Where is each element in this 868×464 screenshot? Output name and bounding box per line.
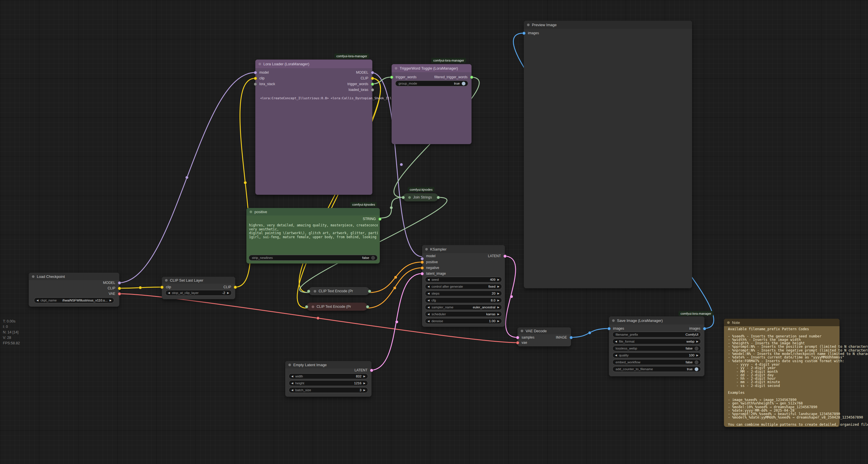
combo-next-icon[interactable]: ▶ [696,340,699,343]
node-load-checkpoint[interactable]: Load Checkpoint MODEL CLIP VAE ◀ ckpt_na… [29,273,119,307]
toggle-knob[interactable] [694,347,699,350]
stepper-decrement-icon[interactable]: ◀ [291,375,293,378]
stepper-increment-icon[interactable]: ▶ [497,320,499,322]
combo-next-icon[interactable]: ▶ [110,299,112,302]
input-slot-model[interactable] [254,71,257,74]
stepper-decrement-icon[interactable]: ◀ [428,299,430,302]
node-preview-image[interactable]: Preview Image images [524,21,692,288]
input-slot-images[interactable] [522,32,526,35]
node-clip-set-last-layer[interactable]: CLIP Set Last Layer clip CLIP ◀ stop_at_… [162,277,235,299]
stepper-increment-icon[interactable]: ▶ [497,278,499,281]
input-slot-latent-image[interactable] [421,272,424,275]
output-slot[interactable] [368,290,371,293]
input-slot-clip[interactable] [160,286,164,289]
stop-at-clip-layer-stepper[interactable]: ◀ stop_at_clip_layer -2 ▶ [165,290,232,296]
node-positive-prompt[interactable]: positive STRING highres, very detailed, … [246,208,380,263]
collapse-dot[interactable] [314,290,316,293]
output-slot-clip[interactable] [371,77,374,80]
stepper-increment-icon[interactable]: ▶ [497,292,499,295]
group-mode-toggle[interactable]: group_mode true [395,81,468,86]
combo-prev-icon[interactable]: ◀ [428,306,430,309]
collapse-dot[interactable] [312,306,314,308]
output-slot-loaded-loras[interactable] [371,88,374,91]
output-slot-latent[interactable] [370,369,373,372]
input-slot-lora-stack[interactable] [254,83,257,86]
input-slot-vae[interactable] [516,341,519,344]
collapse-dot[interactable] [250,210,252,213]
combo-prev-icon[interactable]: ◀ [428,285,430,288]
node-triggerword-toggle[interactable]: TriggerWord Toggle (LoraManager) trigger… [392,64,471,144]
sampler-name-combo[interactable]: ◀sampler_nameeuler_ancestral▶ [425,304,502,310]
input-slot-positive[interactable] [421,261,424,264]
height-stepper[interactable]: ◀height1216▶ [289,380,368,386]
filename-prefix-field[interactable]: filename_prefix ComfyUI [612,332,701,338]
stepper-increment-icon[interactable]: ▶ [696,354,699,357]
quality-stepper[interactable]: ◀quality100▶ [612,352,701,358]
input-slot-samples[interactable] [516,336,519,339]
node-lora-loader[interactable]: Lora Loader (LoraManager) model MODEL cl… [255,60,372,195]
input-slot-trigger-words[interactable] [390,76,393,79]
combo-prev-icon[interactable]: ◀ [428,313,430,316]
node-empty-latent-image[interactable]: Empty Latent Image LATENT ◀width832▶ ◀he… [285,361,371,397]
steps-stepper[interactable]: ◀steps20▶ [425,291,502,296]
node-note[interactable]: Note Available filename_prefix Pattern C… [724,319,840,427]
output-slot-clip[interactable] [234,286,237,289]
output-slot-images[interactable] [703,327,706,330]
output-slot[interactable] [366,305,369,308]
stepper-increment-icon[interactable]: ▶ [364,375,365,378]
prompt-textarea[interactable]: highres, very detailed, amazing quality,… [249,224,378,252]
cfg-stepper[interactable]: ◀cfg8.0▶ [425,297,502,303]
width-stepper[interactable]: ◀width832▶ [289,373,368,379]
toggle-knob[interactable] [694,367,699,371]
stepper-decrement-icon[interactable]: ◀ [291,382,293,385]
stepper-increment-icon[interactable]: ▶ [497,299,499,302]
stepper-decrement-icon[interactable]: ◀ [428,292,430,295]
comfyui-graph-canvas[interactable]: T: 0.00s I: 0 N: 14 [14] V: 28 FPS:58.82… [0,0,868,464]
input-slot-clip[interactable] [254,77,257,80]
combo-next-icon[interactable]: ▶ [497,285,499,288]
output-slot-image[interactable] [569,336,573,339]
node-ksampler[interactable]: KSampler model LATENT positive negative … [422,245,505,327]
embed-workflow-toggle[interactable]: embed_workflow false [612,359,701,365]
node-clip-text-encode-negative[interactable]: CLIP Text Encode (Pr [307,302,367,311]
collapse-dot[interactable] [425,248,428,251]
strip-newlines-toggle[interactable]: strip_newlines false [249,255,377,261]
output-slot-model[interactable] [118,281,121,285]
collapse-dot[interactable] [408,196,411,199]
stepper-decrement-icon[interactable]: ◀ [291,388,293,392]
collapse-dot[interactable] [395,67,397,69]
combo-next-icon[interactable]: ▶ [497,306,499,309]
ckpt-name-combo[interactable]: ◀ ckpt_name il\waiNSFWIllustrious_v110.s… [34,297,114,303]
combo-prev-icon[interactable]: ◀ [36,299,38,302]
file-format-combo[interactable]: ◀file_formatwebp▶ [612,339,701,344]
stepper-increment-icon[interactable]: ▶ [364,382,365,385]
stepper-decrement-icon[interactable]: ◀ [168,291,170,294]
collapse-dot[interactable] [521,330,523,332]
output-slot[interactable] [437,196,440,199]
lossless-webp-toggle[interactable]: lossless_webp false [612,346,701,351]
scheduler-combo[interactable]: ◀schedulerkarras▶ [425,311,502,317]
node-save-image[interactable]: Save Image (LoraManager) images images f… [609,316,704,376]
input-slot-images[interactable] [608,327,611,330]
collapse-dot[interactable] [527,24,530,26]
batch-size-stepper[interactable]: ◀batch_size3▶ [289,387,368,393]
combo-prev-icon[interactable]: ◀ [615,340,617,343]
collapse-dot[interactable] [32,275,34,278]
input-slot[interactable] [305,305,308,308]
control-after-generate-combo[interactable]: ◀control after generatefixed▶ [425,284,502,289]
node-clip-text-encode-positive[interactable]: CLIP Text Encode (Pr [309,287,369,295]
toggle-knob[interactable] [462,82,465,85]
stepper-increment-icon[interactable]: ▶ [364,388,365,392]
output-slot-vae[interactable] [118,292,121,295]
node-vae-decode[interactable]: VAE Decode samples IMAGE vae [518,327,571,346]
stepper-decrement-icon[interactable]: ◀ [615,354,617,357]
output-slot-string[interactable] [378,218,381,221]
collapse-dot[interactable] [165,279,167,282]
node-join-strings[interactable]: Join Strings [403,193,438,201]
output-slot-filtered-trigger-words[interactable] [470,76,473,79]
collapse-dot[interactable] [727,321,730,324]
output-slot-model[interactable] [371,71,374,74]
input-slot-negative[interactable] [421,266,424,269]
output-slot-trigger-words[interactable] [371,83,374,86]
stepper-decrement-icon[interactable]: ◀ [428,278,430,281]
